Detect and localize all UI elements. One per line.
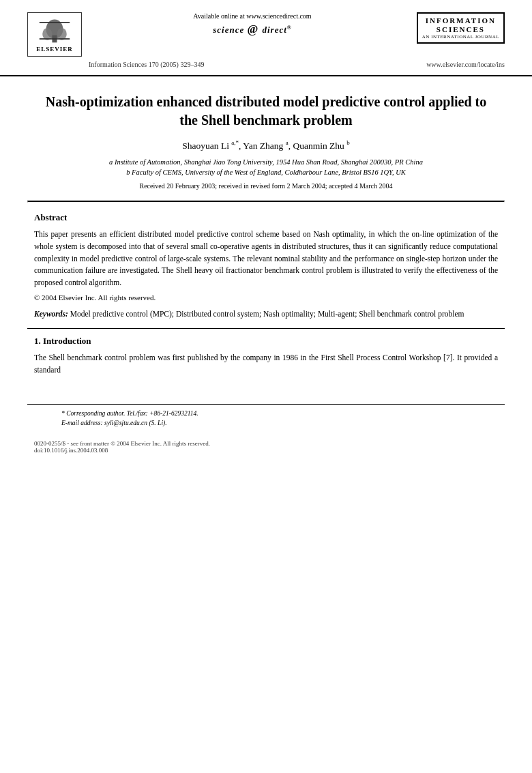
available-online-text: Available online at www.sciencedirect.co… (95, 12, 409, 20)
header-bottom: Information Sciences 170 (2005) 329–349 … (27, 61, 505, 68)
corresponding-author-note: * Corresponding author. Tel./fax: +86-21… (61, 409, 471, 418)
info-sciences-box: INFORMATION SCIENCES AN INTERNATIONAL JO… (417, 12, 505, 44)
direct-text: direct (263, 25, 287, 35)
svg-rect-4 (40, 22, 70, 23)
abstract-section: Abstract This paper presents an efficien… (0, 203, 532, 328)
issn-line: 0020-0255/$ - see front matter © 2004 El… (34, 440, 498, 447)
abstract-text-content: This paper presents an efficient distrib… (34, 230, 498, 287)
abstract-title: Abstract (34, 212, 498, 223)
keywords-content: Model predictive control (MPC); Distribu… (70, 310, 464, 318)
section-number: 1. (34, 336, 41, 346)
intro-body: The Shell benchmark control problem was … (34, 352, 498, 377)
science-text: science (213, 25, 244, 35)
abstract-body: This paper presents an efficient distrib… (34, 229, 498, 289)
svg-rect-5 (40, 38, 70, 40)
affiliation-a: a Institute of Automation, Shanghai Jiao… (41, 157, 491, 168)
keywords-line: Keywords: Model predictive control (MPC)… (34, 308, 498, 320)
doi-line: doi:10.1016/j.ins.2004.03.008 (34, 447, 498, 454)
info-sciences-subtitle: AN INTERNATIONAL JOURNAL (422, 34, 499, 40)
journal-reference: Information Sciences 170 (2005) 329–349 (89, 61, 204, 68)
at-symbol: @ (247, 23, 262, 35)
page: ELSEVIER Available online at www.science… (0, 0, 532, 773)
footer-info: 0020-0255/$ - see front matter © 2004 El… (0, 435, 532, 454)
intro-text-content: The Shell benchmark control problem was … (34, 353, 498, 374)
info-sciences-logo: INFORMATION SCIENCES AN INTERNATIONAL JO… (416, 12, 505, 44)
elsevier-tree-icon (34, 17, 75, 44)
info-sciences-title: INFORMATION SCIENCES (422, 16, 499, 34)
header-center: Available online at www.sciencedirect.co… (89, 12, 416, 38)
intro-section-title: 1. Introduction (34, 336, 498, 347)
title-section: Nash-optimization enhanced distributed m… (0, 76, 532, 201)
section-title-text: Introduction (43, 336, 91, 346)
author-sup-a2: a (286, 139, 289, 146)
email-note: E-mail address: syli@sjtu.edu.cn (S. Li)… (61, 418, 471, 428)
elsevier-brand-text: ELSEVIER (36, 46, 73, 53)
elsevier-logo-box: ELSEVIER (27, 12, 82, 57)
received-dates: Received 20 February 2003; received in r… (41, 182, 491, 190)
paper-title: Nash-optimization enhanced distributed m… (41, 93, 491, 130)
footnotes-area: * Corresponding author. Tel./fax: +86-21… (0, 404, 532, 454)
affiliation-b: b Faculty of CEMS, University of the Wes… (41, 167, 491, 178)
header-top: ELSEVIER Available online at www.science… (27, 12, 505, 57)
introduction-section: 1. Introduction The Shell benchmark cont… (0, 329, 532, 383)
elsevier-logo: ELSEVIER (27, 12, 89, 57)
affiliations: a Institute of Automation, Shanghai Jiao… (41, 157, 491, 179)
footnote-section: * Corresponding author. Tel./fax: +86-21… (27, 404, 505, 428)
authors-line: Shaoyuan Li a,*, Yan Zhang a, Quanmin Zh… (41, 139, 491, 151)
copyright-notice: © 2004 Elsevier Inc. All rights reserved… (34, 293, 498, 302)
journal-header: ELSEVIER Available online at www.science… (0, 0, 532, 76)
journal-url: www.elsevier.com/locate/ins (426, 61, 505, 68)
keywords-label: Keywords: (34, 310, 68, 318)
author-sup-b: b (346, 139, 350, 146)
science-direct-logo: science @ direct® (95, 23, 409, 36)
author-sup-a: a,* (231, 139, 239, 146)
